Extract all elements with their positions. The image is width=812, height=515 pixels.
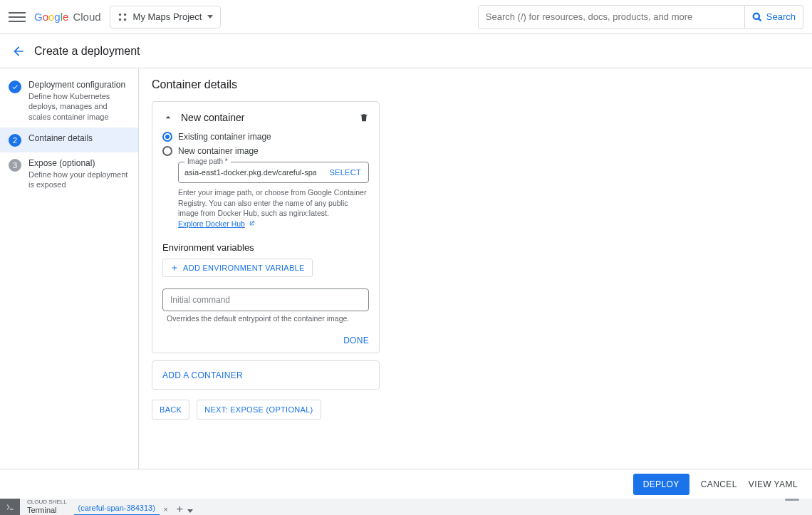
cloud-shell-bar: CLOUD SHELL Terminal (careful-span-38431… <box>0 499 812 515</box>
image-path-input[interactable] <box>179 162 322 182</box>
step-number-icon: 3 <box>9 159 21 172</box>
section-heading: Container details <box>152 78 799 91</box>
step-deployment-config[interactable]: Deployment configuration Define how Kube… <box>0 74 138 128</box>
svg-point-3 <box>123 18 126 21</box>
radio-new-image[interactable]: New container image <box>162 146 369 156</box>
new-tab-icon[interactable]: + <box>172 503 187 516</box>
cloud-shell-label: CLOUD SHELL <box>27 499 67 506</box>
chevron-up-icon[interactable] <box>162 112 174 123</box>
card-title: New container <box>181 112 352 123</box>
close-tab-icon[interactable]: × <box>160 506 172 514</box>
check-icon <box>9 80 21 93</box>
project-selector[interactable]: My Maps Project <box>110 6 222 28</box>
step-title: Container details <box>28 133 93 143</box>
drag-handle-icon[interactable] <box>785 499 799 501</box>
search-button-label: Search <box>766 11 796 22</box>
terminal-label: Terminal <box>27 506 67 514</box>
hamburger-icon[interactable] <box>9 9 26 26</box>
project-icon <box>118 12 127 22</box>
shell-tab[interactable]: (careful-span-384313) <box>74 504 160 515</box>
container-card: New container Existing container image N… <box>152 101 380 353</box>
add-env-label: ADD ENVIRONMENT VARIABLE <box>183 264 305 272</box>
search-wrap: Search <box>478 5 803 29</box>
radio-label: Existing container image <box>178 132 271 142</box>
initial-command-input[interactable] <box>162 288 369 311</box>
initial-command-helper: Overrides the default entrypoint of the … <box>167 314 369 323</box>
add-env-variable-button[interactable]: ADD ENVIRONMENT VARIABLE <box>162 259 313 277</box>
bottom-action-bar: DEPLOY CANCEL VIEW YAML <box>0 469 812 499</box>
shell-dropdown-icon[interactable] <box>187 509 193 513</box>
step-subtitle: Define how Kubernetes deploys, manages a… <box>28 91 130 122</box>
search-icon <box>752 12 762 22</box>
page-title: Create a deployment <box>34 45 140 58</box>
deploy-button[interactable]: DEPLOY <box>633 474 689 495</box>
radio-existing-image[interactable]: Existing container image <box>162 132 369 142</box>
add-container-card[interactable]: ADD A CONTAINER <box>152 360 380 390</box>
radio-icon <box>162 132 172 142</box>
radio-icon <box>162 146 172 156</box>
image-path-field: Image path * SELECT <box>178 162 369 183</box>
project-name: My Maps Project <box>133 11 202 22</box>
add-container-label: ADD A CONTAINER <box>162 370 243 380</box>
step-container-details[interactable]: 2 Container details <box>0 128 138 152</box>
back-arrow-icon[interactable] <box>11 44 26 58</box>
env-vars-heading: Environment variables <box>162 242 369 253</box>
next-button[interactable]: NEXT: EXPOSE (OPTIONAL) <box>197 400 321 420</box>
svg-point-1 <box>123 13 126 16</box>
external-link-icon <box>249 220 255 227</box>
google-cloud-logo[interactable]: Google Cloud <box>34 11 101 23</box>
image-path-helper: Enter your image path, or choose from Go… <box>178 187 369 229</box>
plus-icon <box>170 264 179 272</box>
step-title: Expose (optional) <box>28 158 130 168</box>
title-bar: Create a deployment <box>0 34 812 68</box>
trash-icon[interactable] <box>359 112 369 123</box>
step-title: Deployment configuration <box>28 80 130 90</box>
step-number-icon: 2 <box>9 134 21 147</box>
select-image-button[interactable]: SELECT <box>322 168 368 177</box>
cancel-button[interactable]: CANCEL <box>701 479 737 489</box>
field-label: Image path * <box>184 157 231 165</box>
explore-docker-hub-link[interactable]: Explore Docker Hub <box>178 219 245 228</box>
step-expose[interactable]: 3 Expose (optional) Define how your depl… <box>0 152 138 196</box>
cloud-shell-icon[interactable] <box>0 499 20 515</box>
chevron-down-icon <box>207 15 213 19</box>
radio-label: New container image <box>178 146 259 156</box>
done-button[interactable]: DONE <box>343 335 369 345</box>
back-button[interactable]: BACK <box>152 400 189 420</box>
view-yaml-button[interactable]: VIEW YAML <box>749 479 798 489</box>
main-content: Container details New container Existing… <box>139 68 812 469</box>
search-button[interactable]: Search <box>745 5 803 29</box>
svg-point-0 <box>118 13 121 16</box>
body-area: Deployment configuration Define how Kube… <box>0 68 812 469</box>
top-bar: Google Cloud My Maps Project Search <box>0 0 812 34</box>
search-input[interactable] <box>478 5 745 29</box>
stepper-sidebar: Deployment configuration Define how Kube… <box>0 68 139 469</box>
svg-point-2 <box>118 18 121 21</box>
step-subtitle: Define how your deployment is exposed <box>28 170 130 190</box>
